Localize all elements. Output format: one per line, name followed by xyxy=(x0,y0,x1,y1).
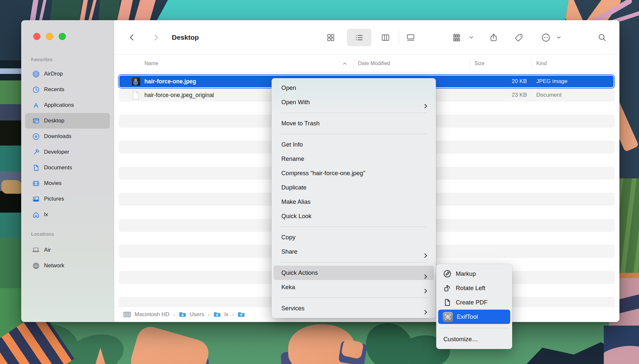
jpeg-thumbnail xyxy=(132,77,140,86)
file-name: hair-force-one.jpeg_original xyxy=(144,89,214,102)
close-button[interactable] xyxy=(33,33,40,40)
submenu-item-rotate-left[interactable]: Rotate Left xyxy=(436,281,512,295)
blank-document-icon xyxy=(132,91,140,101)
file-name: hair-force-one.jpeg xyxy=(144,76,196,87)
submenu-chevron-icon xyxy=(424,100,427,114)
minimize-button[interactable] xyxy=(46,33,53,40)
menu-item-quick-actions[interactable]: Quick Actions xyxy=(274,266,434,280)
menu-item-get-info[interactable]: Get Info xyxy=(272,137,436,152)
create-pdf-icon xyxy=(443,298,452,307)
menu-item-rename[interactable]: Rename xyxy=(272,152,436,166)
photo-icon xyxy=(32,195,40,203)
menu-item-move-to-trash[interactable]: Move to Trash xyxy=(272,116,436,131)
more-options-button[interactable] xyxy=(541,20,551,55)
column-header-size[interactable]: Size xyxy=(474,55,484,72)
menu-separator xyxy=(281,227,427,227)
submenu-item-customize[interactable]: Customize… xyxy=(436,332,512,346)
path-item-home[interactable]: lx xyxy=(224,311,228,318)
laptop-icon xyxy=(32,246,40,254)
submenu-item-create-pdf[interactable]: Create PDF xyxy=(436,295,512,310)
sidebar-item-pictures[interactable]: Pictures xyxy=(25,191,110,207)
sidebar-item-airdrop[interactable]: AirDrop xyxy=(25,66,110,82)
clock-icon xyxy=(32,86,40,93)
sidebar-item-applications[interactable]: Applications xyxy=(25,97,110,113)
menu-item-compress[interactable]: Compress “hair-force-one.jpeg” xyxy=(272,166,436,180)
gallery-view-button[interactable] xyxy=(406,20,415,55)
path-separator: › xyxy=(173,312,175,317)
sidebar-item-developer[interactable]: Developer xyxy=(25,144,110,160)
window-controls xyxy=(33,33,66,40)
menu-item-copy[interactable]: Copy xyxy=(272,230,436,245)
group-by-button[interactable] xyxy=(452,20,461,55)
sidebar-favorites-header: Favorites xyxy=(31,57,53,62)
file-kind: JPEG image xyxy=(536,76,567,87)
airdrop-icon xyxy=(32,70,40,78)
sidebar-item-recents[interactable]: Recents xyxy=(25,82,110,97)
markup-icon xyxy=(443,269,452,278)
sidebar-item-documents[interactable]: Documents xyxy=(25,160,110,175)
list-view-button[interactable] xyxy=(355,20,364,55)
menu-item-quick-look[interactable]: Quick Look xyxy=(272,209,436,223)
sidebar-item-air[interactable]: Air xyxy=(25,242,110,258)
column-divider[interactable] xyxy=(531,58,532,69)
submenu-chevron-icon xyxy=(424,249,427,263)
forward-button[interactable] xyxy=(152,20,160,55)
toolbar-divider xyxy=(399,30,399,45)
sidebar-item-downloads[interactable]: Downloads xyxy=(25,129,110,144)
menu-separator xyxy=(281,298,427,298)
submenu-item-markup[interactable]: Markup xyxy=(436,267,512,281)
menu-item-make-alias[interactable]: Make Alias xyxy=(272,195,436,209)
finder-sidebar: Favorites AirDrop Recents Applications D… xyxy=(21,20,114,322)
menu-item-open[interactable]: Open xyxy=(272,81,436,95)
hard-drive-icon xyxy=(123,311,131,318)
path-item-macintosh-hd[interactable]: Macintosh HD xyxy=(135,311,170,318)
menu-item-keka[interactable]: Keka xyxy=(272,280,436,294)
window-title: Desktop xyxy=(172,20,199,55)
context-menu: Open Open With Move to Trash Get Info Re… xyxy=(272,78,436,318)
document-icon xyxy=(32,164,40,172)
more-options-chevron-icon[interactable] xyxy=(556,20,561,55)
sidebar-item-desktop[interactable]: Desktop xyxy=(25,113,110,129)
file-size: 20 KB xyxy=(471,76,527,87)
column-header-date-modified[interactable]: Date Modified xyxy=(358,55,390,72)
sidebar-locations-header: Locations xyxy=(31,231,54,237)
menu-item-share[interactable]: Share xyxy=(272,245,436,259)
group-by-chevron-icon[interactable] xyxy=(469,20,474,55)
exiftool-app-icon xyxy=(443,312,453,322)
search-button[interactable] xyxy=(598,20,607,55)
column-view-button[interactable] xyxy=(381,20,390,55)
downloads-icon xyxy=(32,133,40,140)
column-divider[interactable] xyxy=(469,58,470,69)
rotate-left-icon xyxy=(443,284,452,293)
path-item-users[interactable]: Users xyxy=(190,311,204,318)
menu-separator xyxy=(281,134,427,134)
menu-item-open-with[interactable]: Open With xyxy=(272,95,436,109)
column-header-name[interactable]: Name xyxy=(144,55,158,72)
back-button[interactable] xyxy=(128,20,136,55)
sidebar-item-network[interactable]: Network xyxy=(25,258,110,273)
users-folder-icon xyxy=(179,312,186,317)
file-kind: Document xyxy=(536,89,561,102)
sort-ascending-icon[interactable] xyxy=(342,55,347,72)
menu-item-services[interactable]: Services xyxy=(272,301,436,315)
wallpaper-right-navy xyxy=(604,326,639,364)
sidebar-item-movies[interactable]: Movies xyxy=(25,175,110,191)
menu-separator xyxy=(281,262,427,262)
home-folder-icon xyxy=(214,312,221,317)
column-header-kind[interactable]: Kind xyxy=(536,55,547,72)
submenu-chevron-icon xyxy=(424,285,427,299)
finder-toolbar: Desktop xyxy=(114,20,619,55)
tags-button[interactable] xyxy=(514,20,523,55)
share-button[interactable] xyxy=(489,20,498,55)
list-header: Name Date Modified Size Kind xyxy=(114,55,619,72)
sidebar-item-home[interactable]: lx xyxy=(25,207,110,222)
zoom-button[interactable] xyxy=(59,33,66,40)
globe-icon xyxy=(32,262,40,270)
icon-view-button[interactable] xyxy=(326,20,335,55)
menu-item-duplicate[interactable]: Duplicate xyxy=(272,180,436,195)
column-divider[interactable] xyxy=(354,58,354,69)
submenu-item-exiftool[interactable]: ExifTool xyxy=(438,310,510,324)
hammer-icon xyxy=(32,148,40,156)
desktop-screen: Favorites AirDrop Recents Applications D… xyxy=(0,0,639,364)
path-separator: › xyxy=(232,312,234,317)
